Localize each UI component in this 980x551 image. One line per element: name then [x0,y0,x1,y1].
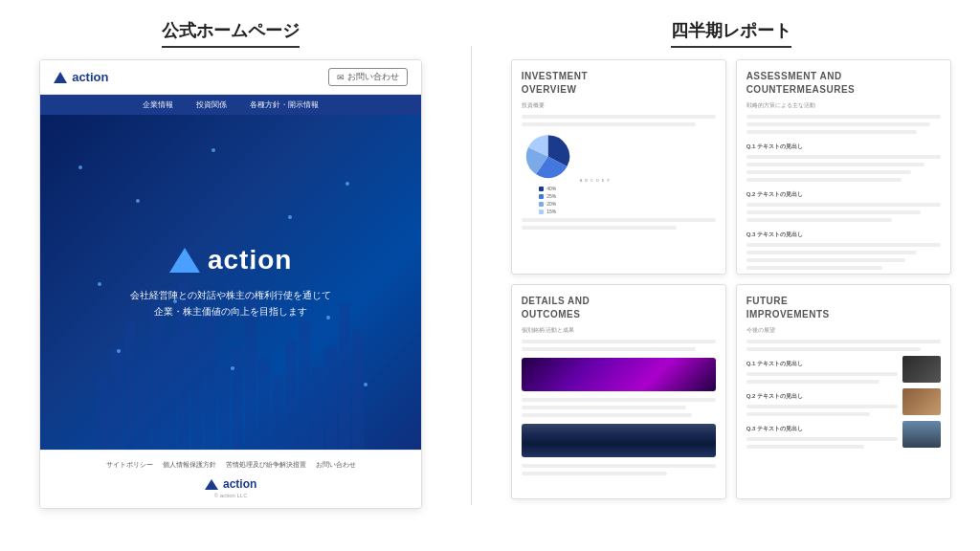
footer-logo-area: action © action LLC [54,477,408,498]
bar-label: C [590,178,593,183]
text-line [746,437,898,441]
report-page-2: ASSESSMENT ANDCOUNTERMEASURES 戦略的方策による主な… [736,59,951,275]
text-line [522,464,716,468]
text-line [746,170,912,174]
bar-col-5: E [602,176,605,183]
text-line [522,398,716,402]
legend-dot [539,209,544,214]
section-label: Q.1 テキストの見出し [746,360,898,368]
nav-item-1[interactable]: 企業情報 [143,99,173,110]
text-line [522,115,716,119]
monument-img-content [902,421,941,448]
img-row-1: Q.1 テキストの見出し [746,355,941,384]
bar-chart-visual: A B C D [580,135,610,183]
keyboard-image [902,356,941,383]
text-line [746,266,882,270]
left-section: 公式ホームページ action ✉ お問い合わせ 企業情報 投資関係 各種方針・… [29,19,433,509]
hero-text: 会社経営陣との対話や株主の権利行使を通じて 企業・株主価値の向上を目指します [130,287,331,320]
pie-chart-container: 40% 25% 20% [522,130,574,214]
bar-label: F [607,178,609,183]
small-images-section: Q.1 テキストの見出し Q.2 テキストの見出し [746,355,941,449]
legend-label: 15% [546,209,556,214]
report-page-1-content: 40% 25% 20% [522,115,716,264]
img-row-2: Q.2 テキストの見出し [746,387,941,416]
report-page-1-subtitle: 投資概要 [522,101,716,110]
report-page-2-content: Q.1 テキストの見出し Q.2 テキストの見出し Q.3 テキストの見出し [746,115,941,270]
legend-dot [539,187,544,191]
legend-item-3: 20% [539,201,556,207]
section-label: Q.3 テキストの見出し [746,231,941,239]
bar-col-4: D [596,176,599,183]
text-line [746,347,922,351]
text-line [746,115,941,119]
section-divider [471,46,472,505]
hero-logo-text: action [208,245,292,276]
nav-item-2[interactable]: 投資関係 [196,99,227,110]
legend-item-2: 25% [539,193,556,199]
text-line [746,218,892,222]
text-content: Q.3 テキストの見出し [746,420,898,449]
monument-image [902,421,941,448]
logo-text: action [72,70,108,84]
report-page-4: FUTUREIMPROVEMENTS 今後の展望 Q.1 テキストの見出し [736,284,951,499]
text-line [746,155,941,159]
website-hero: action 会社経営陣との対話や株主の権利行使を通じて 企業・株主価値の向上を… [40,115,421,450]
hero-logo: action [169,245,292,276]
legend-label: 20% [546,201,556,207]
footer-logo-row: action [205,477,256,491]
report-page-4-subtitle: 今後の展望 [746,326,941,335]
text-line [746,380,880,384]
contact-button[interactable]: ✉ お問い合わせ [328,68,408,86]
dot [117,349,121,353]
chart-area: 40% 25% 20% [522,130,716,214]
footer-link-1[interactable]: サイトポリシー [106,460,153,470]
text-line [522,347,697,351]
report-page-3-subtitle: 個別銘柄·活動と成果 [522,326,716,335]
report-page-4-content: Q.1 テキストの見出し Q.2 テキストの見出し [746,340,941,489]
text-line [522,340,716,343]
logo-triangle-icon [54,72,67,83]
section-label: Q.3 テキストの見出し [746,425,898,433]
report-page-3-content [522,340,716,489]
dot [345,182,349,186]
text-line [746,178,902,182]
keyboard-img-content [902,356,941,383]
report-page-3-title: DETAILS ANDOUTCOMES [522,295,716,321]
img-row-3: Q.3 テキストの見出し [746,420,941,449]
footer-link-4[interactable]: お問い合わせ [316,460,356,470]
text-line [746,210,922,214]
text-line [746,243,941,247]
report-page-4-title: FUTUREIMPROVEMENTS [746,295,941,321]
report-grid: INVESTMENTOVERVIEW 投資概要 [511,59,951,499]
left-section-title: 公式ホームページ [162,19,300,48]
main-container: 公式ホームページ action ✉ お問い合わせ 企業情報 投資関係 各種方針・… [0,0,980,551]
hero-text-line1: 会社経営陣との対話や株主の権利行使を通じて [130,287,331,303]
nav-item-3[interactable]: 各種方針・開示情報 [250,99,319,110]
text-line [522,413,693,417]
hero-logo-triangle-icon [169,248,200,273]
bridge-image [522,424,716,457]
dot [231,366,234,370]
section-label: Q.2 テキストの見出し [746,392,898,401]
bar-col-2: B [585,176,588,183]
website-logo: action [54,70,108,84]
footer-link-3[interactable]: 苦情処理及び紛争解決措置 [226,460,306,470]
text-line [522,226,677,230]
text-line [522,122,697,126]
dot [288,215,292,219]
report-page-2-title: ASSESSMENT ANDCOUNTERMEASURES [746,70,941,97]
report-page-1: INVESTMENTOVERVIEW 投資概要 [511,59,726,275]
footer-link-2[interactable]: 個人情報保護方針 [163,460,216,470]
section-label: Q.1 テキストの見出し [746,143,941,151]
legend-item-1: 40% [539,186,556,191]
text-line [746,122,931,126]
bar-col-3: C [590,176,593,183]
text-line [746,412,871,416]
text-line [746,163,925,166]
footer-links: サイトポリシー 個人情報保護方針 苦情処理及び紛争解決措置 お問い合わせ [54,460,408,470]
bar-label: A [580,178,583,183]
website-footer: サイトポリシー 個人情報保護方針 苦情処理及び紛争解決措置 お問い合わせ act… [40,450,421,508]
website-mockup: action ✉ お問い合わせ 企業情報 投資関係 各種方針・開示情報 [39,59,422,509]
legend-label: 25% [546,193,556,199]
legend-label: 40% [546,186,556,191]
